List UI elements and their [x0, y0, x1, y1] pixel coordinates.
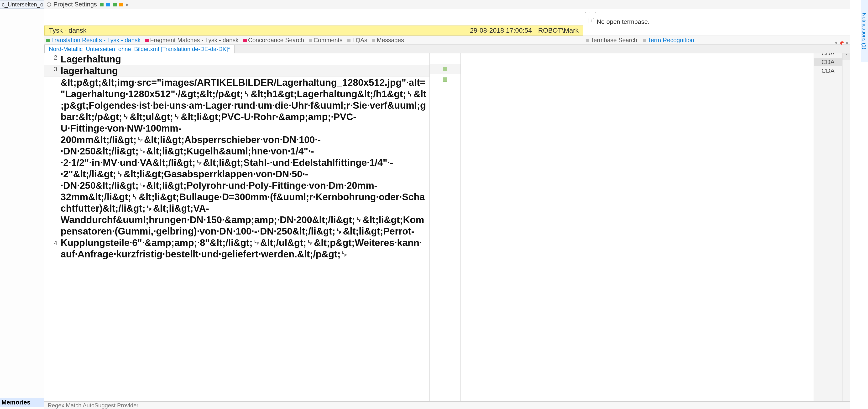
autosuggest-footer: Regex Match AutoSuggest Provider — [44, 401, 850, 409]
status-icon-orange — [119, 3, 123, 6]
tb-icon-3[interactable]: ▫ — [594, 9, 596, 16]
left-tab-label[interactable]: c_Unterseiten_o — [0, 0, 44, 8]
tab-fragment-matches[interactable]: Fragment Matches - Tysk - dansk — [145, 37, 239, 44]
tab-comments[interactable]: Comments — [309, 37, 343, 44]
pane-close-icon[interactable]: ✕ — [845, 40, 849, 46]
tab-termbase-search[interactable]: Termbase Search — [586, 37, 637, 44]
editor-grid: 2 Lagerhaltung 3 lagerhaltung 4 &lt;p&gt… — [44, 54, 850, 409]
status-cell-4a[interactable] — [430, 74, 461, 85]
termbase-message: No open termbase. — [597, 18, 649, 34]
main-area: Project Settings ▸ Tysk - dansk 29-08-20… — [44, 0, 850, 409]
status-icon-green — [100, 3, 103, 6]
tab-translation-results[interactable]: Translation Results - Tysk - dansk — [46, 37, 141, 44]
project-settings-title: Project Settings — [54, 1, 97, 8]
chevron-right-icon[interactable]: ▸ — [126, 1, 129, 8]
status-column — [430, 54, 461, 409]
segment-source-text[interactable]: lagerhaltung — [60, 65, 430, 76]
vertical-scrollbar[interactable]: ˄ ˅ — [842, 54, 850, 409]
tab-concordance[interactable]: Concordance Search — [243, 37, 304, 44]
tb-icon-2[interactable]: ▫ — [590, 9, 591, 16]
status-cell-2[interactable] — [430, 54, 461, 64]
draft-status-icon — [443, 67, 447, 71]
tm-language-pair: Tysk - dansk — [49, 27, 86, 34]
pane-menu-icon[interactable]: ▾ — [835, 40, 837, 46]
target-column[interactable] — [461, 54, 814, 409]
termbase-area: ▫ ▫ ▫ i No open termbase. Termbase Searc… — [583, 9, 850, 44]
segment-number: 2 — [44, 54, 60, 65]
document-tab[interactable]: Nord-Metallic_Unterseiten_ohne_Bilder.xm… — [44, 44, 235, 54]
pin-icon[interactable] — [47, 2, 51, 7]
document-tabs-row: Nord-Metallic_Unterseiten_ohne_Bilder.xm… — [44, 45, 850, 54]
tb-icon-1[interactable]: ▫ — [585, 9, 587, 16]
draft-status-icon — [443, 77, 447, 82]
origin-cda-2: CDA — [814, 58, 842, 66]
tm-date: 29-08-2018 17:00:54 — [470, 27, 532, 34]
project-settings-header: Project Settings ▸ — [44, 0, 850, 9]
tm-user: ROBOT\Mark — [538, 27, 579, 34]
memories-nav[interactable]: Memories — [0, 398, 44, 407]
segment-number: 3 — [44, 65, 60, 76]
segment-number: 4 — [44, 239, 60, 247]
tab-messages[interactable]: Messages — [372, 37, 404, 44]
pane-window-buttons: ▾ 📌 ✕ — [835, 40, 849, 46]
notifications-side-tab[interactable]: Notifications (1) — [861, 0, 868, 62]
tm-results-area: Tysk - dansk 29-08-2018 17:00:54 ROBOT\M… — [44, 9, 583, 44]
segment-source-text[interactable]: &lt;p&gt;&lt;img·src="images/ARTIKELBILD… — [60, 77, 430, 409]
status-icon-green2 — [113, 3, 117, 6]
source-column: 2 Lagerhaltung 3 lagerhaltung 4 &lt;p&gt… — [44, 54, 430, 409]
segment-row-2[interactable]: 2 Lagerhaltung — [44, 54, 430, 65]
segment-row-3[interactable]: 3 lagerhaltung — [44, 65, 430, 77]
project-settings-icons — [99, 1, 124, 8]
segment-row-4[interactable]: 4 &lt;p&gt;&lt;img·src="images/ARTIKELBI… — [44, 77, 430, 409]
left-nav-strip: c_Unterseiten_o Memories — [0, 0, 44, 409]
upper-pane-split: Tysk - dansk 29-08-2018 17:00:54 ROBOT\M… — [44, 9, 850, 45]
status-icon-blue — [106, 3, 110, 6]
origin-cda-1: CDA — [814, 54, 842, 57]
tm-info-bar: Tysk - dansk 29-08-2018 17:00:54 ROBOT\M… — [44, 26, 583, 35]
status-cell-3[interactable] — [430, 64, 461, 74]
info-icon: i — [589, 18, 594, 23]
tab-tqas[interactable]: TQAs — [347, 37, 367, 44]
termbase-body: i No open termbase. — [583, 16, 850, 35]
termbase-tabs: Termbase Search Term Recognition — [583, 35, 850, 44]
tab-term-recognition[interactable]: Term Recognition — [643, 37, 694, 44]
tm-tabs-row: Translation Results - Tysk - dansk Fragm… — [44, 35, 583, 44]
segment-source-text[interactable]: Lagerhaltung — [60, 54, 430, 65]
scroll-up-icon[interactable]: ˄ — [842, 54, 850, 60]
origin-column: CDA CDA CDA — [814, 54, 842, 409]
termbase-toolbar: ▫ ▫ ▫ — [583, 9, 850, 16]
origin-cda-3: CDA — [814, 67, 842, 75]
pane-pin-icon[interactable]: 📌 — [839, 40, 844, 46]
